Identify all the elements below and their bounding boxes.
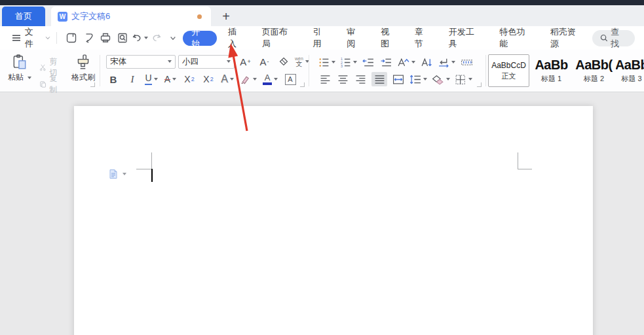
subscript-button[interactable]: X2	[202, 72, 215, 86]
ribbon-tab-developer[interactable]: 开发工具	[440, 30, 491, 46]
cut-icon	[39, 62, 47, 73]
ribbon-tab-docer-resources[interactable]: 稻壳资源	[542, 30, 593, 46]
ribbon-tab-review[interactable]: 审阅	[338, 30, 372, 46]
font-size-select[interactable]: 小四	[178, 55, 235, 69]
ribbon-tab-insert[interactable]: 插入	[219, 30, 254, 46]
style-name: 正文	[502, 71, 516, 81]
align-center-button[interactable]	[336, 72, 349, 86]
paste-icon	[11, 54, 28, 71]
clipboard-dialog-launcher[interactable]	[90, 82, 95, 87]
font-color-button[interactable]: A	[263, 72, 278, 86]
phonetic-guide-button[interactable]: wén 文	[295, 54, 309, 69]
style-sample: AaBb(	[575, 58, 612, 73]
divider	[309, 55, 309, 86]
decrease-indent-button[interactable]	[362, 55, 375, 69]
underline-button[interactable]: U	[145, 72, 158, 86]
document-page[interactable]	[74, 106, 593, 335]
export-icon[interactable]	[80, 30, 97, 46]
style-body[interactable]: AaBbCcD 正文	[488, 54, 529, 87]
print-preview-icon[interactable]	[114, 30, 131, 46]
menubar: 文件 开始 插入 页面布局 引用 审阅 视图 章节	[0, 26, 644, 50]
paste-options-button[interactable]	[108, 169, 126, 179]
increase-indent-icon	[380, 57, 392, 68]
clear-format-eraser-icon[interactable]	[275, 54, 292, 69]
strikethrough-button[interactable]: A	[164, 72, 177, 86]
italic-button[interactable]: I	[126, 72, 139, 86]
numbering-button[interactable]: 123	[340, 55, 357, 69]
bullets-button[interactable]	[318, 55, 335, 69]
undo-icon	[131, 32, 143, 44]
ribbon-tab-view[interactable]: 视图	[372, 30, 406, 46]
align-right-icon	[355, 74, 366, 85]
document-tabbar: 首页 W 文字文稿6 +	[0, 5, 644, 26]
new-tab-button[interactable]: +	[216, 7, 236, 26]
format-painter-label: 格式刷	[71, 72, 95, 83]
text-tool-button[interactable]	[397, 55, 415, 69]
character-width-button[interactable]	[460, 55, 473, 69]
sort-button[interactable]	[420, 55, 433, 69]
paragraph-layout-button[interactable]	[438, 55, 455, 69]
undo-button[interactable]	[131, 30, 148, 46]
paste-options-caret[interactable]	[123, 173, 126, 175]
paragraph-dialog-launcher[interactable]	[477, 82, 482, 87]
distribute-button[interactable]	[392, 72, 405, 86]
bullets-icon	[318, 57, 330, 68]
shading-button[interactable]	[432, 72, 450, 86]
ribbon-tab-references[interactable]: 引用	[304, 30, 338, 46]
justify-icon	[374, 74, 385, 85]
tab-home[interactable]: 首页	[2, 7, 45, 26]
bold-button[interactable]: B	[107, 72, 120, 86]
font-family-select[interactable]: 宋体	[106, 55, 176, 69]
redo-button	[148, 30, 165, 46]
find-button[interactable]: 查找	[592, 30, 635, 46]
tab-document[interactable]: W 文字文稿6	[51, 7, 211, 26]
style-name: 标题 3	[621, 74, 641, 84]
line-spacing-button[interactable]	[409, 72, 427, 86]
shrink-font-button[interactable]: A-	[256, 54, 273, 69]
align-right-button[interactable]	[354, 72, 367, 86]
font-size-value: 小四	[182, 56, 199, 67]
chevron-down-icon	[45, 35, 51, 41]
style-heading-2[interactable]: AaBb( 标题 2	[573, 54, 615, 87]
text-effects-button[interactable]: A	[221, 72, 234, 86]
file-menu[interactable]: 文件	[25, 26, 51, 50]
svg-text:3: 3	[341, 63, 343, 67]
save-icon[interactable]	[63, 30, 80, 46]
increase-indent-button[interactable]	[379, 55, 392, 69]
ribbon-tab-page-layout[interactable]: 页面布局	[254, 30, 305, 46]
margin-mark-top-right-h	[518, 169, 532, 169]
document-workspace[interactable]	[0, 93, 644, 335]
style-heading-1[interactable]: AaBb 标题 1	[531, 54, 572, 87]
justify-button[interactable]	[371, 72, 387, 86]
font-dialog-launcher[interactable]	[300, 82, 305, 87]
style-sample: AaBb	[616, 58, 644, 73]
margin-mark-top-right-v	[518, 152, 518, 169]
character-width-icon	[461, 57, 473, 68]
style-sample: AaBb	[535, 58, 567, 73]
style-sample: AaBbCcD	[491, 61, 526, 70]
superscript-button[interactable]: X2	[183, 72, 196, 86]
style-name: 标题 1	[541, 74, 561, 84]
grow-font-button[interactable]: A+	[237, 54, 254, 69]
ribbon-tab-special-features[interactable]: 特色功能	[491, 30, 542, 46]
ribbon-tab-section[interactable]: 章节	[406, 30, 440, 46]
style-heading-3[interactable]: AaBb 标题 3	[616, 54, 644, 87]
distribute-icon	[392, 74, 404, 85]
character-shading-button[interactable]: A	[284, 72, 297, 86]
align-left-button[interactable]	[318, 72, 331, 86]
print-icon[interactable]	[97, 30, 114, 46]
margin-mark-top-left-v	[151, 152, 152, 169]
hamburger-menu-icon[interactable]	[8, 30, 25, 46]
document-icon	[108, 169, 119, 179]
borders-button[interactable]	[455, 72, 472, 86]
style-name: 标题 2	[584, 74, 604, 84]
paste-dropdown-caret[interactable]	[28, 77, 31, 79]
ribbon-tab-home[interactable]: 开始	[183, 31, 217, 46]
highlight-color-button[interactable]	[240, 72, 257, 86]
unsaved-indicator-dot	[197, 14, 202, 19]
format-painter-button[interactable]: 格式刷	[68, 54, 98, 83]
customize-toolbar-chevron-icon[interactable]	[164, 30, 181, 46]
ribbon: 粘贴 剪切 复制 格式刷 宋体 小	[0, 50, 644, 92]
margin-mark-top-left-h	[136, 169, 152, 169]
paste-button[interactable]: 粘贴	[5, 54, 34, 83]
